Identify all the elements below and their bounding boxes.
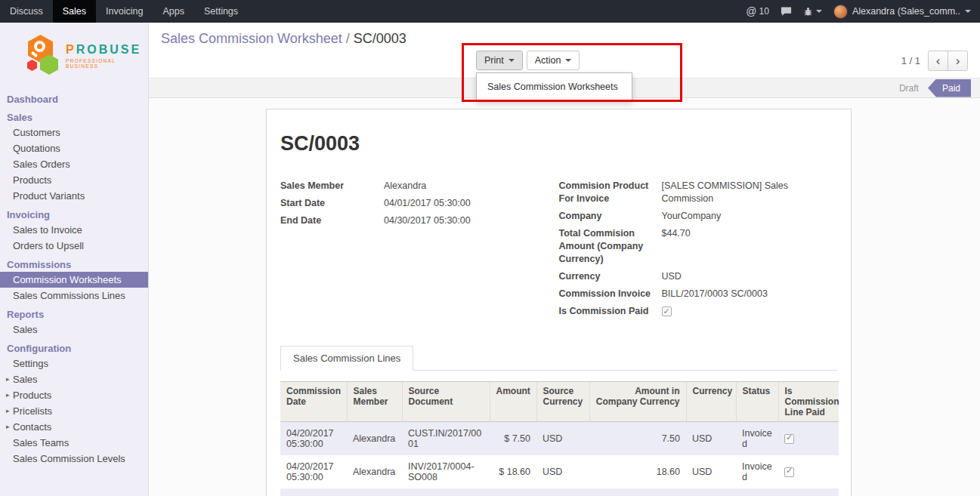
column-header[interactable]: Source Currency [536,382,589,422]
column-header[interactable]: Status [736,382,778,422]
pager-buttons [928,51,968,71]
sidebar-item[interactable]: Settings [0,356,148,371]
sidebar-item[interactable]: ▸Products [0,387,148,403]
form-field: Sales MemberAlexandra [280,180,559,193]
sidebar-item[interactable]: Sales Commissions Lines [0,288,148,303]
field-label: Commision Product For Invoice [559,180,662,205]
commission-line-row[interactable]: 04/20/2017 10:35:53AlexandraSO008$ 18.60… [280,488,839,496]
nav-apps[interactable]: Apps [153,0,194,23]
status-draft[interactable]: Draft [899,83,919,94]
sidebar-item-label: Product Variants [13,190,85,202]
messages-icon[interactable] [781,6,792,17]
sidebar-item[interactable]: Sales Orders [0,156,148,172]
sidebar-item[interactable]: Customers [0,125,148,140]
field-value[interactable]: YourCompany [662,210,831,223]
cell-source_currency: USD [536,488,589,496]
commission-line-row[interactable]: 04/20/2017 05:30:00AlexandraINV/2017/000… [280,455,839,488]
sidebar-item[interactable]: ▸Pricelists [0,403,148,419]
form-field: CompanyYourCompany [559,210,838,223]
mention-counter[interactable]: @ 10 [746,5,769,17]
logo-subtitle: PROFESSIONAL BUSINESS [66,58,145,69]
column-header[interactable]: Amount in Company Currency [589,382,686,422]
topbar-right: @ 10 Alexandra (Sales_comm.. [746,5,980,19]
sidebar-item[interactable]: Orders to Upsell [0,238,148,254]
column-header[interactable]: Is Commission Line Paid [778,382,839,422]
sidebar-item-label: Contacts [13,421,51,433]
tab-sales-commission-lines[interactable]: Sales Commission Lines [280,346,413,371]
sidebar-heading[interactable]: Sales [0,110,148,125]
sidebar-item-label: Products [13,390,51,401]
nav-settings[interactable]: Settings [194,0,248,23]
form-field: Commision Product For Invoice[SALES COMM… [559,180,838,205]
chevron-down-icon [816,10,822,13]
cell-member: Alexandra [347,422,402,456]
submenu-arrow-icon: ▸ [6,374,10,385]
field-label: Total Commision Amount (Company Currency… [559,227,662,266]
field-value[interactable]: BILL/2017/0003 SC/0003 [662,288,831,300]
menu-item-sales-commission-worksheets[interactable]: Sales Commission Worksheets [477,77,632,97]
breadcrumb-parent-link[interactable]: Sales Commission Worksheet [161,31,342,46]
form-field-groups: Sales MemberAlexandraStart Date04/01/201… [280,180,837,322]
sidebar-heading[interactable]: Reports [0,307,148,322]
column-header[interactable]: Currency [686,382,736,422]
sidebar-item[interactable]: ▸Contacts [0,419,148,435]
print-button-label: Print [484,55,504,66]
record-title: SC/0003 [280,132,837,156]
pager-previous-button[interactable] [928,51,948,71]
action-button[interactable]: Action [527,51,580,70]
form-field: End Date04/30/2017 05:30:00 [280,214,559,227]
sidebar-heading[interactable]: Invoicing [0,208,148,222]
nav-sales[interactable]: Sales [53,0,96,23]
column-header[interactable]: Sales Member [347,382,402,422]
sidebar-item-label: Sales Commissions Lines [13,290,125,301]
top-navbar: DiscussSalesInvoicingAppsSettings @ 10 A… [0,0,980,23]
sidebar-item-label: Sales Commission Levels [13,453,125,464]
sidebar-heading[interactable]: Configuration [0,341,148,356]
sidebar-heading[interactable]: Commissions [0,257,148,272]
debug-icon[interactable] [803,7,822,17]
sidebar-item-label: Pricelists [13,405,52,417]
sidebar-item[interactable]: ▸Sales [0,371,148,387]
sidebar-heading[interactable]: Dashboard [0,92,148,106]
sidebar-item[interactable]: Sales to Invoice [0,222,148,238]
print-button[interactable]: Print [476,51,523,70]
cell-amount: $ 18.60 [490,455,536,488]
print-dropdown-menu: Sales Commission Worksheets [476,72,632,101]
column-header[interactable]: Source Document [402,382,490,422]
field-value[interactable]: Alexandra [384,180,535,193]
is-commission-paid-checkbox[interactable] [662,307,672,316]
cell-source: INV/2017/0004-SO008 [402,455,490,488]
sidebar-item[interactable]: Quotations [0,140,148,156]
user-menu[interactable]: Alexandra (Sales_comm.. [833,5,971,19]
cell-status: Invoiced [736,455,778,488]
column-header[interactable]: Commission Date [280,382,347,422]
commission-lines-table: Commission DateSales MemberSource Docume… [280,381,839,496]
status-paid-badge[interactable]: Paid [928,79,971,97]
field-value[interactable]: USD [662,270,831,283]
sidebar-item[interactable]: Sales [0,322,148,337]
commission-line-row[interactable]: 04/20/2017 05:30:00AlexandraCUST.IN/2017… [280,422,839,456]
column-header[interactable]: Amount [490,382,536,422]
sidebar-item-label: Sales [13,324,38,335]
cell-currency: USD [686,488,736,496]
cell-currency: USD [686,422,736,456]
line-paid-checkbox [784,467,794,477]
cell-currency: USD [686,455,736,488]
cell-source: SO008 [402,488,490,496]
nav-discuss[interactable]: Discuss [0,0,53,23]
sidebar-item-label: Dashboard [7,94,58,105]
action-button-label: Action [535,55,561,66]
field-value[interactable]: [SALES COMMISSION] Sales Commission [662,180,831,205]
field-label: Company [559,210,662,223]
sidebar-item[interactable]: Sales Commission Levels [0,451,148,467]
sidebar-item[interactable]: Product Variants [0,188,148,204]
form-left-group: Sales MemberAlexandraStart Date04/01/201… [280,180,559,322]
cell-member: Alexandra [347,488,402,496]
sidebar-item[interactable]: Products [0,172,148,188]
cell-date: 04/20/2017 05:30:00 [280,455,347,488]
nav-invoicing[interactable]: Invoicing [96,0,153,23]
sidebar-item[interactable]: Sales Teams [0,435,148,451]
sidebar-item[interactable]: Commission Worksheets [0,272,148,288]
cell-amount: $ 18.60 [490,488,536,496]
pager-next-button[interactable] [948,51,968,71]
